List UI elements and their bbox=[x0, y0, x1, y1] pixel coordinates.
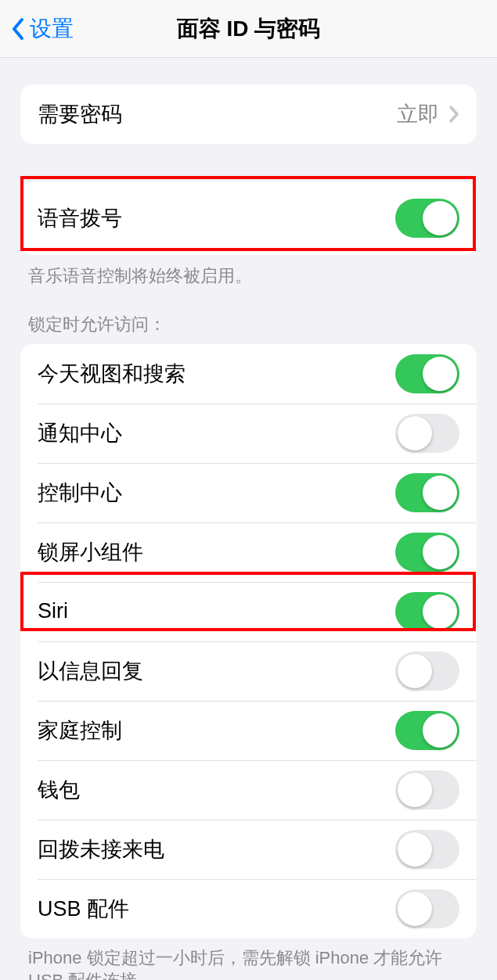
back-label: 设置 bbox=[30, 14, 74, 44]
voice-dial-footer: 音乐语音控制将始终被启用。 bbox=[28, 264, 469, 288]
locked-row-toggle[interactable] bbox=[395, 354, 459, 393]
locked-row-toggle[interactable] bbox=[395, 533, 459, 572]
locked-row-label: 锁屏小组件 bbox=[38, 538, 395, 566]
group-locked-access: 今天视图和搜索通知中心控制中心锁屏小组件Siri以信息回复家庭控制钱包回拨未接来… bbox=[20, 344, 477, 939]
row-voice-dial: 语音拨号 bbox=[20, 181, 477, 255]
locked-row-label: 控制中心 bbox=[38, 479, 395, 507]
locked-row-label: 今天视图和搜索 bbox=[38, 360, 395, 388]
locked-row: 通知中心 bbox=[20, 404, 477, 463]
locked-row: 回拨未接来电 bbox=[20, 820, 477, 879]
locked-row-toggle[interactable] bbox=[395, 473, 459, 512]
locked-row-label: 通知中心 bbox=[38, 419, 395, 447]
usb-footer: iPhone 锁定超过一小时后，需先解锁 iPhone 才能允许 USB 配件连… bbox=[28, 946, 469, 980]
back-button[interactable]: 设置 bbox=[0, 14, 74, 44]
locked-row: 控制中心 bbox=[20, 463, 477, 522]
locked-row-toggle[interactable] bbox=[395, 770, 459, 809]
locked-row: USB 配件 bbox=[20, 879, 477, 939]
voice-dial-toggle[interactable] bbox=[395, 199, 459, 238]
chevron-left-icon bbox=[11, 17, 25, 41]
group-voice-dial: 语音拨号 bbox=[20, 181, 477, 255]
locked-row-label: 以信息回复 bbox=[38, 657, 395, 685]
page-title: 面容 ID 与密码 bbox=[0, 14, 497, 44]
locked-row: 锁屏小组件 bbox=[20, 522, 477, 582]
locked-row-toggle[interactable] bbox=[395, 652, 459, 691]
row-require-passcode[interactable]: 需要密码 立即 bbox=[20, 84, 477, 144]
locked-row: 家庭控制 bbox=[20, 701, 477, 760]
locked-row: 今天视图和搜索 bbox=[20, 344, 477, 404]
locked-row-toggle[interactable] bbox=[395, 711, 459, 750]
locked-row-toggle[interactable] bbox=[395, 889, 459, 928]
group-require-passcode: 需要密码 立即 bbox=[20, 84, 477, 144]
locked-row-label: 钱包 bbox=[38, 776, 395, 804]
locked-row-label: USB 配件 bbox=[38, 895, 395, 923]
locked-row: 钱包 bbox=[20, 760, 477, 820]
locked-row-label: 家庭控制 bbox=[38, 716, 395, 745]
locked-row-label: Siri bbox=[38, 599, 395, 623]
locked-row-toggle[interactable] bbox=[395, 592, 459, 631]
voice-dial-label: 语音拨号 bbox=[38, 204, 395, 232]
locked-row-label: 回拨未接来电 bbox=[38, 835, 395, 863]
chevron-right-icon bbox=[448, 105, 459, 124]
locked-row-toggle[interactable] bbox=[395, 830, 459, 869]
locked-row: 以信息回复 bbox=[20, 641, 477, 701]
navigation-bar: 设置 面容 ID 与密码 bbox=[0, 0, 497, 58]
require-passcode-value: 立即 bbox=[397, 100, 439, 128]
locked-access-header: 锁定时允许访问： bbox=[28, 313, 469, 336]
locked-row-toggle[interactable] bbox=[395, 414, 459, 453]
locked-row: Siri bbox=[20, 582, 477, 641]
require-passcode-label: 需要密码 bbox=[38, 100, 397, 128]
